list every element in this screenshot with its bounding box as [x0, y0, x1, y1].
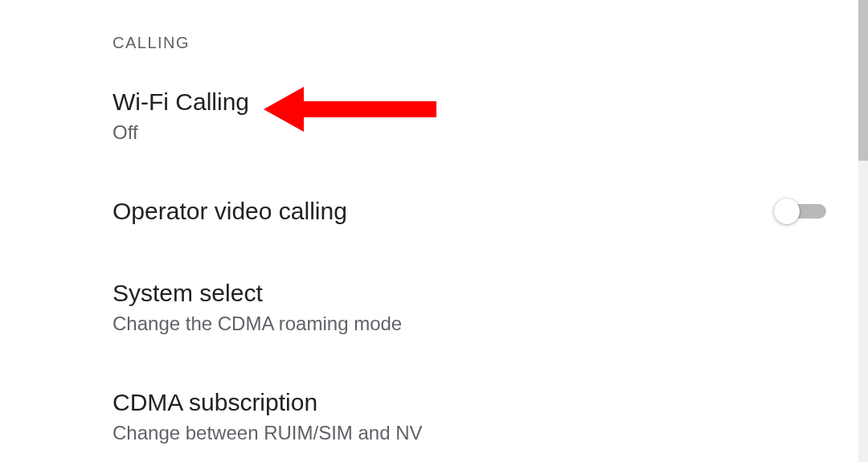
setting-cdma-subscription[interactable]: CDMA subscription Change between RUIM/SI… — [113, 388, 826, 444]
setting-operator-video-calling[interactable]: Operator video calling — [113, 197, 826, 226]
setting-subtitle: Change the CDMA roaming mode — [113, 313, 826, 335]
setting-system-select[interactable]: System select Change the CDMA roaming mo… — [113, 279, 826, 335]
setting-title: System select — [113, 279, 826, 308]
setting-subtitle: Change between RUIM/SIM and NV — [113, 422, 826, 444]
calling-settings-section: CALLING Wi-Fi Calling Off Operator video… — [0, 0, 858, 444]
scrollbar-track[interactable] — [858, 0, 868, 462]
setting-title: CDMA subscription — [113, 388, 826, 417]
setting-title: Wi-Fi Calling — [113, 88, 826, 117]
setting-subtitle: Off — [113, 121, 826, 144]
toggle-knob — [774, 198, 800, 224]
setting-title: Operator video calling — [113, 197, 826, 226]
setting-wifi-calling[interactable]: Wi-Fi Calling Off — [113, 88, 826, 144]
scrollbar-thumb[interactable] — [858, 0, 868, 161]
toggle-operator-video-calling[interactable] — [776, 204, 826, 219]
section-header-calling: CALLING — [113, 34, 826, 52]
